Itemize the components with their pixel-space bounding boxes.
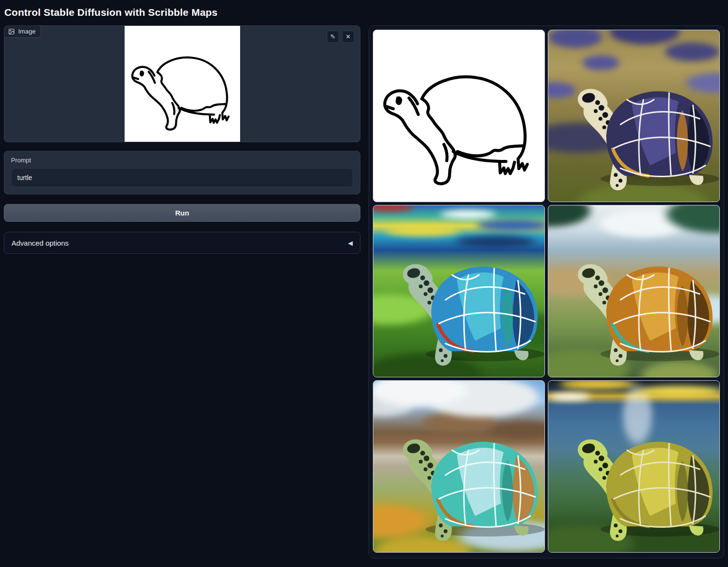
pencil-icon: ✎ — [330, 34, 335, 40]
advanced-options-label: Advanced options — [12, 239, 69, 247]
image-input-block: Image ✎ ✕ — [4, 25, 360, 142]
output-column — [369, 25, 724, 558]
prompt-label: Prompt — [11, 157, 353, 164]
input-column: Image ✎ ✕ Prom — [4, 25, 360, 254]
clear-image-button[interactable]: ✕ — [342, 31, 354, 43]
turtle-image — [373, 205, 544, 377]
gallery-item-output-4[interactable] — [373, 380, 545, 553]
chevron-left-icon: ◀ — [348, 239, 353, 247]
gallery-item-scribble[interactable] — [373, 30, 545, 202]
advanced-options-accordion[interactable]: Advanced options ◀ — [4, 232, 360, 254]
close-icon: ✕ — [346, 34, 351, 40]
run-button[interactable]: Run — [4, 204, 360, 222]
gallery-item-output-2[interactable] — [373, 205, 545, 377]
scribble-drawing — [125, 26, 240, 142]
app: Control Stable Diffusion with Scribble M… — [0, 0, 728, 562]
prompt-input[interactable] — [11, 168, 353, 187]
prompt-block: Prompt — [4, 151, 360, 194]
scribble-drawing — [373, 30, 544, 202]
gallery-item-output-5[interactable] — [548, 380, 720, 553]
page-title: Control Stable Diffusion with Scribble M… — [4, 4, 724, 25]
gallery-item-output-3[interactable] — [548, 205, 720, 377]
turtle-image — [548, 381, 719, 552]
output-gallery — [369, 25, 724, 558]
image-component-label: Image — [18, 28, 35, 35]
gallery-item-output-1[interactable] — [548, 30, 720, 202]
scribble-canvas[interactable] — [125, 26, 240, 142]
turtle-image — [548, 30, 719, 202]
turtle-image — [373, 381, 544, 552]
image-icon — [8, 28, 15, 35]
turtle-image — [548, 205, 719, 377]
edit-image-button[interactable]: ✎ — [327, 31, 339, 43]
image-component-tab: Image — [4, 26, 41, 38]
